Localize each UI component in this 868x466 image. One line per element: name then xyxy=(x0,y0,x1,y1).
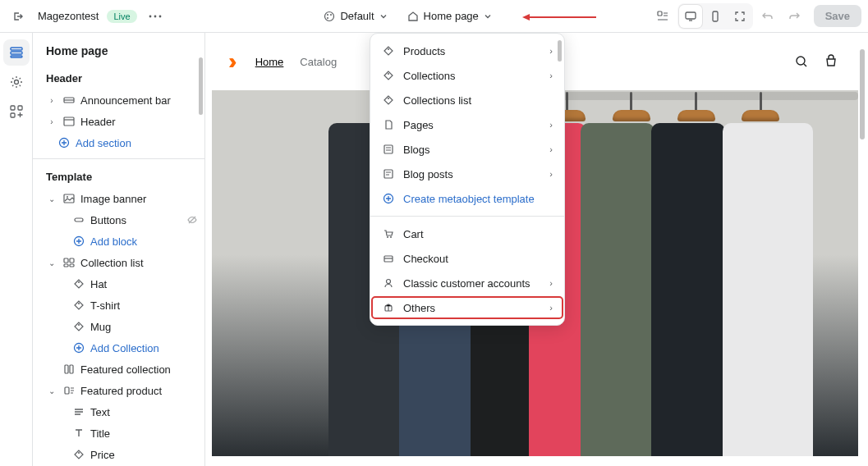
device-preview-group xyxy=(677,3,753,30)
svg-point-40 xyxy=(388,73,389,75)
undo-icon xyxy=(761,10,774,23)
dropdown-item-label: Blogs xyxy=(403,144,541,156)
chevron-down-icon xyxy=(379,12,388,21)
more-actions-button[interactable] xyxy=(145,7,165,26)
dropdown-item-label: Collections list xyxy=(403,94,553,107)
svg-point-1 xyxy=(154,15,156,17)
home-icon xyxy=(407,11,419,22)
desktop-preview-button[interactable] xyxy=(679,5,702,28)
sidebar-item-label: Announcement bar xyxy=(80,94,198,107)
sidebar-item-hat[interactable]: Hat xyxy=(33,273,204,295)
dropdown-item-blogs[interactable]: Blogs › xyxy=(370,137,564,162)
sidebar-item-featured-collection[interactable]: Featured collection xyxy=(33,359,204,380)
svg-rect-9 xyxy=(713,11,718,21)
dropdown-item-checkout[interactable]: Checkout xyxy=(370,246,564,271)
sidebar-item-image-banner[interactable]: ⌄ Image banner xyxy=(33,188,204,209)
exit-editor-button[interactable] xyxy=(7,5,30,28)
svg-rect-11 xyxy=(11,52,22,54)
page-icon xyxy=(382,118,395,131)
redo-button[interactable] xyxy=(783,5,806,28)
fullscreen-preview-button[interactable] xyxy=(728,5,751,28)
preview-logo[interactable]: ›› xyxy=(228,48,231,75)
buttons-icon xyxy=(72,213,85,226)
featured-collection-icon xyxy=(62,363,76,376)
svg-point-13 xyxy=(14,80,18,85)
svg-point-2 xyxy=(158,15,161,17)
inspector-toggle-button[interactable] xyxy=(651,5,674,28)
dropdown-item-blog-posts[interactable]: Blog posts › xyxy=(370,162,564,186)
svg-point-21 xyxy=(67,196,68,198)
dropdown-item-label: Collections xyxy=(403,70,541,82)
inspector-icon xyxy=(656,10,669,23)
preview-nav: Home Catalog xyxy=(255,56,338,68)
sidebar-item-label: Featured collection xyxy=(80,363,198,376)
dropdown-item-label: Cart xyxy=(403,228,553,240)
sidebar-item-label: Collection list xyxy=(80,257,198,269)
sidebar-item-price[interactable]: Price xyxy=(33,444,204,465)
dropdown-item-classic-customer-accounts[interactable]: Classic customer accounts › xyxy=(370,271,564,295)
dropdown-item-collections[interactable]: Collections › xyxy=(370,63,564,88)
sidebar-item-buttons[interactable]: Buttons xyxy=(33,209,204,231)
chevron-right-icon: › xyxy=(549,169,553,179)
chevron-down-icon: ⌄ xyxy=(46,258,57,267)
dropdown-item-label: Others xyxy=(403,302,541,314)
desktop-icon xyxy=(684,10,697,23)
preview-nav-home[interactable]: Home xyxy=(255,56,284,68)
hero-hanger xyxy=(613,92,650,121)
search-icon[interactable] xyxy=(794,54,809,69)
cart-icon[interactable] xyxy=(824,54,838,69)
sidebar-item-label: Header xyxy=(80,116,198,128)
sidebar-item-announcement-bar[interactable]: › Announcement bar xyxy=(33,89,204,111)
mobile-preview-button[interactable] xyxy=(704,5,727,28)
sidebar-item-tshirt[interactable]: T-shirt xyxy=(33,295,204,316)
add-block-label: Add block xyxy=(90,235,198,248)
cart-icon xyxy=(382,227,395,240)
theme-settings-rail-button[interactable] xyxy=(3,69,30,95)
sidebar-item-mug[interactable]: Mug xyxy=(33,316,204,337)
sidebar-item-featured-product[interactable]: ⌄ Featured product xyxy=(33,380,204,401)
dropdown-item-cart[interactable]: Cart xyxy=(370,222,564,246)
tag-icon xyxy=(72,277,85,290)
hero-hanger xyxy=(742,92,779,121)
svg-rect-24 xyxy=(64,258,68,263)
sidebar-scrollbar[interactable] xyxy=(199,57,203,115)
sidebar-item-label: Price xyxy=(90,449,198,461)
sections-icon xyxy=(9,45,24,60)
hero-garment xyxy=(581,123,654,456)
chevron-down-icon xyxy=(484,12,492,21)
sidebar-item-label: Mug xyxy=(90,321,198,333)
create-metaobject-template-button[interactable]: Create metaobject template xyxy=(370,186,564,211)
add-block-button[interactable]: Add block xyxy=(33,231,204,252)
dropdown-item-collections-list[interactable]: Collections list xyxy=(370,88,564,112)
dropdown-item-products[interactable]: Products › xyxy=(370,39,564,63)
sections-rail-button[interactable] xyxy=(3,39,30,66)
add-collection-button[interactable]: Add Collection xyxy=(33,337,204,359)
sidebar-item-collection-list[interactable]: ⌄ Collection list xyxy=(33,252,204,273)
preview-nav-catalog[interactable]: Catalog xyxy=(300,56,337,68)
svg-rect-27 xyxy=(70,264,74,267)
sidebar-item-text[interactable]: Text xyxy=(33,401,204,423)
sidebar-item-title[interactable]: Title xyxy=(33,423,204,444)
canvas-scrollbar[interactable] xyxy=(860,49,865,139)
sidebar-item-header[interactable]: › Header xyxy=(33,111,204,132)
dropdown-item-pages[interactable]: Pages › xyxy=(370,112,564,137)
add-section-button[interactable]: Add section xyxy=(33,132,204,153)
sidebar-divider xyxy=(33,158,204,159)
dropdown-item-others[interactable]: Others › xyxy=(370,295,564,320)
add-section-label: Add section xyxy=(76,137,198,149)
sidebar: Home page Header › Announcement bar › He… xyxy=(33,33,205,466)
chevron-right-icon: › xyxy=(46,96,57,105)
sidebar-item-label: Buttons xyxy=(90,214,181,226)
app-embeds-rail-button[interactable] xyxy=(3,98,30,125)
page-select-dropdown[interactable]: Home page xyxy=(407,10,492,22)
svg-rect-18 xyxy=(64,117,74,126)
palette-icon xyxy=(324,11,335,22)
svg-rect-15 xyxy=(18,106,22,110)
main: Home page Header › Announcement bar › He… xyxy=(0,33,868,466)
sidebar-item-label: Hat xyxy=(90,278,198,290)
dropdown-item-label: Classic customer accounts xyxy=(403,277,541,290)
svg-point-48 xyxy=(387,280,391,284)
theme-style-dropdown[interactable]: Default xyxy=(324,10,387,22)
undo-button[interactable] xyxy=(756,5,779,28)
sidebar-section-template: Template xyxy=(33,164,204,188)
